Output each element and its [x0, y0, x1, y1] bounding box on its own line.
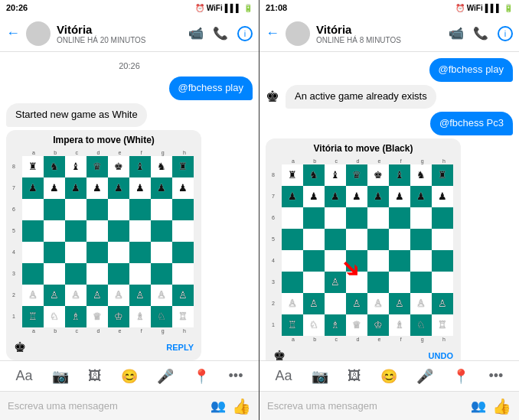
chess-king-icon-left: ♚: [14, 339, 26, 356]
chess-cell: ♙: [282, 293, 303, 314]
chess-cell: [303, 250, 325, 272]
chess-cell: [65, 242, 86, 263]
chess-cell: ♟: [129, 177, 151, 199]
chess-cell: [367, 229, 389, 250]
chess-cell: [129, 199, 151, 220]
chess-cell: [346, 207, 367, 229]
left-phone: 20:26 ⏰ WiFi ▌▌▌ 🔋 ← Vitória ONLINE HÁ 2…: [0, 0, 260, 420]
text-icon-right[interactable]: Aa: [276, 368, 292, 384]
chess-cell: [346, 250, 367, 272]
chess-cell: [410, 229, 432, 250]
chess-cell: [151, 220, 172, 242]
chess-cell: [86, 199, 108, 220]
location-icon-left[interactable]: 📍: [193, 368, 210, 385]
mic-icon-left[interactable]: 🎤: [157, 368, 174, 385]
chess-cell: ♟: [44, 177, 65, 199]
chess-cell: ♙: [432, 293, 453, 314]
input-placeholder-right[interactable]: Escreva uma mensagem: [267, 400, 465, 412]
chess-cell: ♟: [410, 186, 432, 207]
chess-cell: [22, 199, 44, 220]
chess-cell: [22, 220, 44, 242]
chess-cell: [410, 250, 432, 272]
chess-cell: ♟: [86, 177, 108, 199]
reply-button-left[interactable]: REPLY: [166, 343, 194, 352]
image-icon-left[interactable]: 🖼: [88, 368, 102, 384]
chess-cell: ♟: [325, 186, 346, 207]
chess-cell: ♕: [86, 306, 108, 327]
emoji-icon-left[interactable]: 😊: [121, 368, 138, 385]
chess-cell: [65, 220, 86, 242]
chess-cell: [432, 272, 453, 293]
chess-cell: ♞: [303, 164, 325, 186]
chess-cell: [151, 242, 172, 263]
contact-status-left: ONLINE HÁ 20 MINUTOS: [57, 36, 182, 44]
undo-button-right[interactable]: UNDO: [429, 351, 453, 360]
chess-cell: [282, 229, 303, 250]
header-actions-right: 📹 📞 i: [449, 26, 513, 41]
board-labels-top-right: abcdefgh: [272, 158, 455, 164]
group-icon-left[interactable]: 👥: [211, 399, 226, 413]
chess-cell: ♔: [108, 306, 129, 327]
chess-cell: ♜: [432, 164, 453, 186]
status-bar-right: 21:08 ⏰ WiFi ▌▌▌ 🔋: [260, 0, 519, 15]
back-button-right[interactable]: ←: [266, 25, 279, 41]
bubble-text: An active game already exists: [295, 90, 427, 102]
like-icon-left[interactable]: 👍: [232, 397, 251, 415]
chess-cell: ♙: [44, 285, 65, 306]
board-labels-side-left: 87654321: [12, 156, 21, 327]
chess-cell: ♞: [44, 156, 65, 177]
back-button-left[interactable]: ←: [6, 25, 20, 41]
location-icon-right[interactable]: 📍: [452, 368, 469, 385]
contact-status-right: ONLINE HÁ 8 MINUTOS: [316, 36, 442, 44]
info-icon-right[interactable]: i: [498, 26, 513, 41]
chess-cell: [172, 263, 194, 285]
chess-cell: [44, 220, 65, 242]
chess-cell: [282, 272, 303, 293]
group-icon-right[interactable]: 👥: [471, 399, 486, 413]
chess-cell: ♙: [22, 285, 44, 306]
video-call-icon-left[interactable]: 📹: [188, 26, 204, 41]
chess-cell: [151, 263, 172, 285]
time-left: 20:26: [6, 3, 28, 12]
chess-cell: [22, 263, 44, 285]
chess-cell: ♖: [432, 314, 453, 336]
chess-cell: ♙: [86, 285, 108, 306]
more-icon-right[interactable]: •••: [488, 368, 503, 384]
phone-call-icon-left[interactable]: 📞: [213, 26, 228, 41]
chess-cell: [44, 263, 65, 285]
phone-call-icon-right[interactable]: 📞: [473, 26, 488, 41]
text-icon-left[interactable]: Aa: [16, 368, 33, 384]
right-phone: 21:08 ⏰ WiFi ▌▌▌ 🔋 ← Vitória ONLINE HÁ 8…: [260, 0, 519, 420]
msg-row-chess-left: Impera to move (White) abcdefgh 87654321…: [6, 130, 253, 360]
emoji-icon-right[interactable]: 😊: [380, 368, 397, 385]
chess-cell: [367, 207, 389, 229]
chess-cell: ♗: [325, 314, 346, 336]
chess-card-left: Impera to move (White) abcdefgh 87654321…: [6, 130, 201, 360]
more-icon-left[interactable]: •••: [229, 368, 243, 384]
chess-cell: [282, 207, 303, 229]
chess-cell: [325, 207, 346, 229]
chess-cell: [172, 220, 194, 242]
chess-cell: ♜: [22, 156, 44, 177]
chess-cell: [282, 250, 303, 272]
bottom-icons-right: Aa 📷 🖼 😊 🎤 📍 •••: [260, 360, 519, 391]
chess-cell: ♝: [65, 156, 86, 177]
contact-name-left: Vitória: [57, 23, 182, 36]
info-icon-left[interactable]: i: [237, 26, 253, 41]
camera-icon-left[interactable]: 📷: [52, 368, 69, 385]
header-right: ← Vitória ONLINE HÁ 8 MINUTOS 📹 📞 i: [260, 15, 519, 52]
msg-row-pc3: @fbchess Pc3: [266, 112, 513, 135]
like-icon-right[interactable]: 👍: [492, 397, 511, 415]
chess-cell: ♟: [389, 186, 410, 207]
bottom-icons-left: Aa 📷 🖼 😊 🎤 📍 •••: [0, 360, 259, 391]
chess-king-icon-right: ♚: [273, 347, 286, 360]
mic-icon-right[interactable]: 🎤: [416, 368, 433, 385]
camera-icon-right[interactable]: 📷: [312, 368, 328, 385]
image-icon-right[interactable]: 🖼: [348, 368, 361, 384]
bubble-text: @fbchess play: [439, 63, 504, 75]
chess-cell: ♘: [44, 306, 65, 327]
chess-cell: ♟: [65, 177, 86, 199]
input-placeholder-left[interactable]: Escreva uma mensagem: [8, 400, 204, 412]
wifi-icon-right: WiFi: [467, 4, 483, 12]
video-call-icon-right[interactable]: 📹: [449, 26, 464, 41]
